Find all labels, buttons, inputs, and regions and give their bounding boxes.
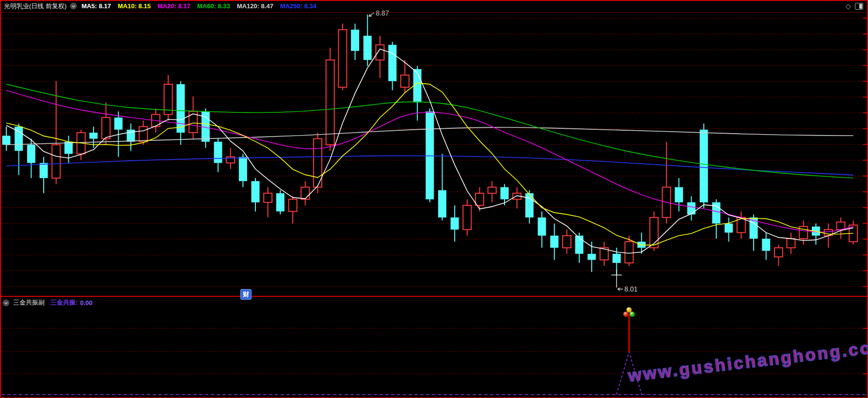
chart-canvas[interactable]: 8.878.01 [0, 0, 868, 398]
ma-legend-item: MA250: 8.34 [280, 2, 316, 10]
stock-title: 光明乳业(日线 前复权) [4, 2, 66, 11]
indicator-label-row[interactable]: 三金共振副 三金共振: 0.00 [2, 298, 93, 307]
diamond-icon[interactable]: ◇ [845, 2, 851, 10]
indicator-series-value: 0.00 [80, 299, 92, 306]
ma-legend-item: MA120: 8.47 [237, 2, 273, 10]
ma-legend-item: MA10: 8.15 [118, 2, 151, 10]
chevron-down-icon[interactable] [2, 299, 10, 306]
financial-report-badge[interactable]: 财 [240, 289, 252, 300]
ma-legend-item: MA5: 8.17 [81, 2, 111, 10]
header-right-tools: ◇ [845, 2, 868, 10]
panel-layout-icon[interactable] [855, 3, 863, 10]
indicator-series-label: 三金共振: [50, 298, 78, 307]
ma-legend-item: MA60: 8.33 [197, 2, 230, 10]
indicator-name[interactable]: 三金共振副 [13, 298, 45, 307]
svg-text:8.01: 8.01 [624, 285, 637, 293]
ma-legend-item: MA20: 8.17 [158, 2, 190, 10]
app-window: 8.878.01 光明乳业(日线 前复权) MA5: 8.17MA10: 8.1… [0, 0, 868, 398]
chevron-down-icon[interactable] [70, 2, 77, 10]
header-bar: 光明乳业(日线 前复权) MA5: 8.17MA10: 8.15MA20: 8.… [0, 0, 868, 13]
ma-legend: MA5: 8.17MA10: 8.15MA20: 8.17MA60: 8.33M… [81, 2, 316, 10]
